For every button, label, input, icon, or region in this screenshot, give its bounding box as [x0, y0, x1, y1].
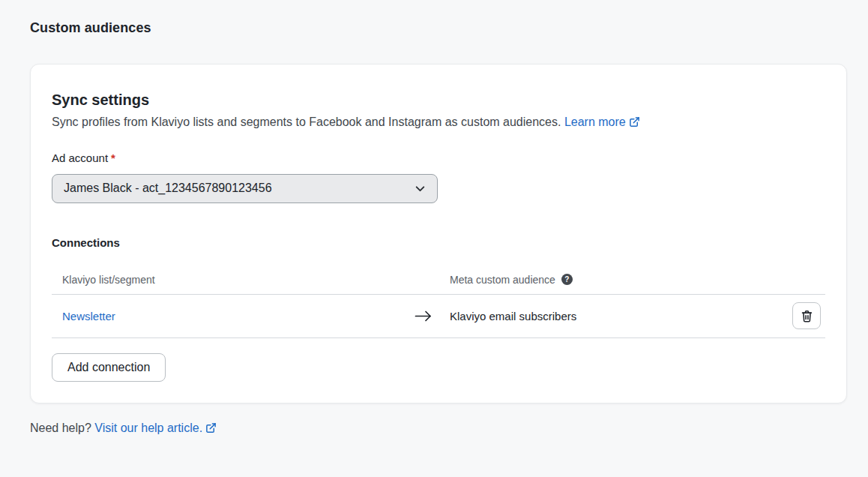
- arrow-right-icon: [414, 310, 433, 322]
- column-header-list-segment: Klaviyo list/segment: [52, 274, 406, 286]
- delete-connection-button[interactable]: [792, 302, 821, 329]
- add-connection-button[interactable]: Add connection: [52, 353, 166, 382]
- help-article-link[interactable]: Visit our help article.: [94, 422, 217, 434]
- trash-icon: [800, 309, 814, 323]
- connections-heading: Connections: [52, 236, 825, 249]
- connection-action-cell: [780, 302, 825, 329]
- learn-more-link[interactable]: Learn more: [564, 116, 640, 128]
- connection-row: Newsletter Klaviyo email subscribers: [52, 295, 825, 338]
- connections-table: Klaviyo list/segment Meta custom audienc…: [52, 274, 825, 338]
- required-asterisk: *: [111, 152, 115, 164]
- question-mark-icon[interactable]: ?: [561, 274, 573, 285]
- footer-help-prefix: Need help?: [30, 422, 94, 434]
- klaviyo-list-link[interactable]: Newsletter: [62, 310, 115, 322]
- connection-arrow-cell: [406, 310, 441, 322]
- meta-audience-name: Klaviyo email subscribers: [450, 310, 576, 322]
- footer-help: Need help? Visit our help article.: [30, 422, 847, 436]
- help-article-link-label: Visit our help article.: [94, 422, 202, 434]
- sync-settings-heading: Sync settings: [52, 92, 825, 109]
- page-title: Custom audiences: [30, 20, 847, 36]
- external-link-icon: [629, 116, 640, 132]
- chevron-down-icon: [414, 182, 427, 195]
- connection-meta-cell: Klaviyo email subscribers: [441, 310, 780, 322]
- connection-list-cell: Newsletter: [52, 310, 406, 322]
- ad-account-label: Ad account*: [52, 152, 825, 164]
- ad-account-label-text: Ad account: [52, 152, 108, 164]
- custom-audiences-page: Custom audiences Sync settings Sync prof…: [0, 0, 868, 436]
- sync-settings-description: Sync profiles from Klaviyo lists and seg…: [52, 115, 825, 132]
- ad-account-selected-value: James Black - act_1234567890123456: [64, 182, 272, 195]
- ad-account-select[interactable]: James Black - act_1234567890123456: [52, 174, 438, 203]
- connections-table-header: Klaviyo list/segment Meta custom audienc…: [52, 274, 825, 295]
- sync-settings-card: Sync settings Sync profiles from Klaviyo…: [30, 64, 847, 404]
- column-header-meta-audience-text: Meta custom audience: [450, 274, 555, 286]
- external-link-icon: [205, 422, 217, 436]
- column-header-meta-audience: Meta custom audience ?: [441, 274, 780, 286]
- learn-more-label: Learn more: [564, 116, 626, 128]
- description-text: Sync profiles from Klaviyo lists and seg…: [52, 116, 561, 128]
